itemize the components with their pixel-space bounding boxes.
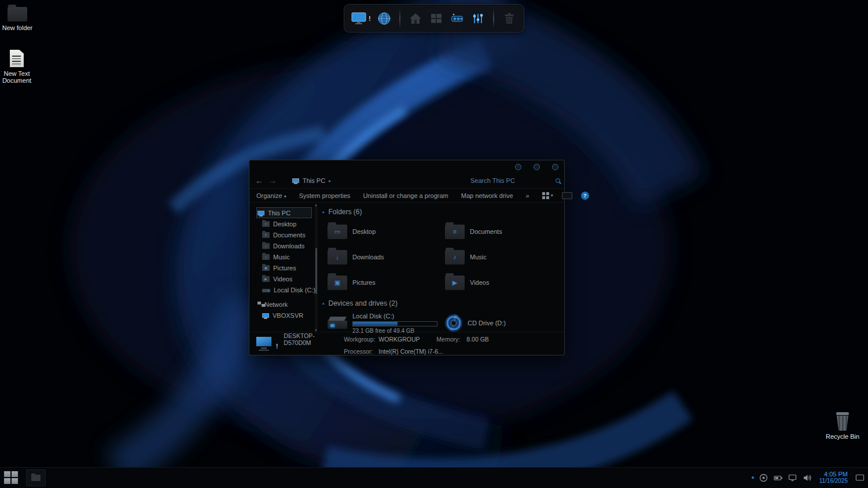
taskbar-clock[interactable]: 4:05 PM 11/16/2025: [817, 471, 850, 485]
map-network-drive-button[interactable]: Map network drive: [461, 192, 513, 199]
devices-icon[interactable]: [450, 11, 465, 26]
capacity-bar: [352, 321, 437, 326]
windows-icon[interactable]: [429, 11, 444, 26]
change-view-button[interactable]: ▾: [542, 192, 553, 199]
breadcrumb-root[interactable]: This PC: [303, 177, 325, 184]
folder-icon: ▭: [262, 221, 270, 227]
system-properties-button[interactable]: System properties: [299, 192, 351, 199]
drive-tile-local-disk-c[interactable]: Local Disk (C:) 23.1 GB free of 49.4 GB: [328, 313, 445, 333]
globe-icon[interactable]: [377, 11, 392, 26]
back-button[interactable]: ←: [255, 177, 263, 185]
details-pane: ! DESKTOP-D570D0M Workgroup: WORKGROUP M…: [249, 332, 564, 355]
sidebar-item-this-pc[interactable]: This PC: [256, 207, 312, 218]
desktop: New folder New Text Document Recycle Bin…: [0, 0, 868, 488]
chevron-down-icon: ▾: [284, 194, 286, 199]
desktop-icon-new-text-document[interactable]: New Text Document: [0, 50, 38, 84]
folder-icon: [8, 7, 27, 21]
search-input[interactable]: [470, 177, 553, 184]
window-controls: [515, 164, 558, 170]
scroll-up-icon[interactable]: [315, 204, 317, 206]
minimize-button[interactable]: [515, 164, 521, 170]
monitor-icon[interactable]: [351, 11, 366, 26]
home-icon[interactable]: [408, 11, 423, 26]
desktop-icon-label: Recycle Bin: [822, 433, 863, 440]
folder-tile-documents[interactable]: ≡ Documents: [445, 221, 562, 242]
window-body: This PC ▭ Desktop ≡ Documents ↓ Download…: [249, 203, 564, 333]
trash-icon[interactable]: [502, 11, 517, 26]
dock: !: [344, 4, 524, 32]
computer-name: DESKTOP-D570D0M: [284, 332, 341, 346]
taskbar: 4:05 PM 11/16/2025: [0, 467, 868, 488]
clock-date: 11/16/2025: [819, 478, 848, 485]
computer-icon: [255, 336, 274, 351]
computer-icon: [292, 178, 299, 183]
sidebar-item-music[interactable]: ♪ Music: [256, 251, 318, 262]
content-pane: ▴ Folders (6) ▭ Desktop ≡ Documents ↓ Do…: [318, 203, 564, 333]
desktop-icon-label: New folder: [0, 24, 38, 31]
organize-button[interactable]: Organize ▾: [256, 192, 286, 199]
volume-icon[interactable]: [803, 473, 812, 482]
desktop-icon-new-folder[interactable]: New folder: [0, 7, 38, 31]
folder-tile-pictures[interactable]: ▣ Pictures: [328, 272, 445, 293]
section-title[interactable]: Folders (6): [329, 208, 362, 216]
folder-icon: [31, 475, 41, 481]
sidebar-item-documents[interactable]: ≡ Documents: [256, 229, 318, 240]
action-center-icon[interactable]: [855, 473, 865, 482]
sidebar-item-desktop[interactable]: ▭ Desktop: [256, 218, 318, 229]
taskbar-item-explorer[interactable]: [26, 469, 46, 486]
organize-label: Organize: [256, 192, 282, 199]
navigation-bar: ← → This PC ▸: [249, 173, 564, 188]
workgroup-value: WORKGROUP: [378, 336, 434, 343]
maximize-button[interactable]: [534, 164, 540, 170]
sidebar-item-vboxsvr[interactable]: VBOXSVR: [256, 310, 318, 321]
close-button[interactable]: [552, 164, 558, 170]
sliders-icon[interactable]: [470, 11, 486, 26]
folder-tile-music[interactable]: ♪ Music: [445, 247, 562, 267]
system-tray: 4:05 PM 11/16/2025: [752, 467, 865, 488]
forward-button[interactable]: →: [269, 177, 277, 185]
collapse-icon[interactable]: ▴: [322, 301, 325, 306]
start-button[interactable]: [4, 471, 19, 485]
folder-icon: ↓: [328, 250, 347, 265]
folder-icon: ▣: [328, 276, 347, 290]
hard-drive-icon: [328, 315, 347, 331]
battery-icon[interactable]: [774, 473, 783, 482]
processor-label: Processor:: [344, 348, 376, 355]
section-title[interactable]: Devices and drives (2): [329, 299, 398, 307]
folder-tile-downloads[interactable]: ↓ Downloads: [328, 247, 445, 267]
scrollbar-thumb[interactable]: [315, 248, 317, 294]
network-icon[interactable]: [788, 473, 797, 482]
collapse-icon[interactable]: ▴: [322, 210, 325, 214]
sidebar-item-local-disk-c[interactable]: Local Disk (C:): [256, 284, 318, 295]
clock-tray-icon[interactable]: [759, 473, 768, 482]
help-button[interactable]: ?: [581, 192, 589, 200]
folder-icon: ♪: [445, 250, 465, 265]
folders-section-header[interactable]: ▴ Folders (6): [328, 207, 560, 217]
drives-grid: Local Disk (C:) 23.1 GB free of 49.4 GB …: [328, 313, 560, 333]
capacity-bar-fill: [353, 322, 398, 326]
sidebar-item-network[interactable]: Network: [256, 299, 318, 310]
system-details: DESKTOP-D570D0M Workgroup: WORKGROUP Mem…: [284, 332, 489, 355]
preview-pane-button[interactable]: [562, 192, 572, 199]
folder-icon: ▭: [328, 225, 347, 239]
alert-icon: !: [369, 15, 371, 22]
drive-icon: [262, 289, 270, 292]
breadcrumb[interactable]: This PC ▸: [292, 177, 331, 184]
folder-tile-desktop[interactable]: ▭ Desktop: [328, 221, 445, 242]
chevron-right-icon[interactable]: ▸: [329, 178, 331, 184]
desktop-icon-recycle-bin[interactable]: Recycle Bin: [822, 412, 863, 440]
folder-icon: ♪: [262, 254, 270, 260]
uninstall-program-button[interactable]: Uninstall or change a program: [363, 192, 448, 199]
folder-icon: ↓: [262, 243, 270, 249]
toolbar-overflow-button[interactable]: »: [526, 192, 529, 199]
devices-section-header[interactable]: ▴ Devices and drives (2): [328, 299, 560, 308]
hidden-icons-button[interactable]: [752, 476, 754, 479]
titlebar[interactable]: [249, 160, 564, 173]
sidebar-item-pictures[interactable]: ▣ Pictures: [256, 262, 318, 273]
search-icon[interactable]: [556, 178, 560, 183]
sidebar-item-downloads[interactable]: ↓ Downloads: [256, 240, 318, 251]
drive-tile-cd-d[interactable]: CD Drive (D:): [445, 313, 562, 333]
search-box[interactable]: [470, 177, 558, 184]
folder-tile-videos[interactable]: ▶ Videos: [445, 272, 562, 293]
sidebar-item-videos[interactable]: ▶ Videos: [256, 273, 318, 284]
